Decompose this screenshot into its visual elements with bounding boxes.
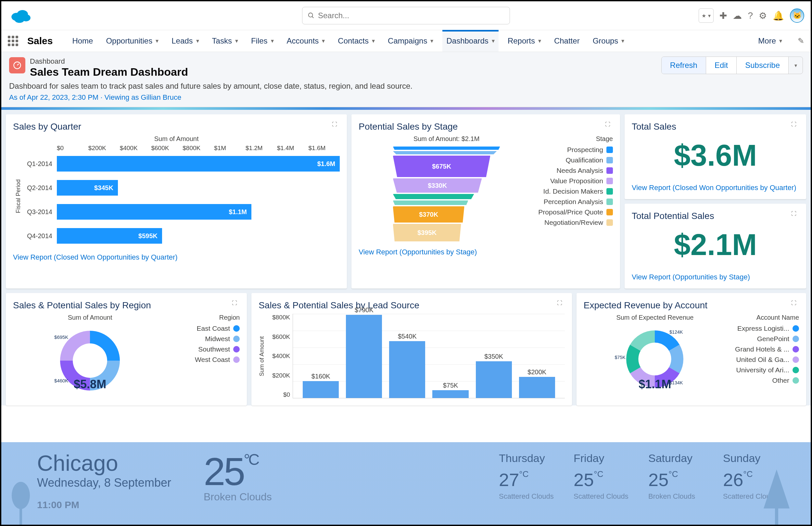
- global-search[interactable]: [302, 7, 510, 24]
- object-label: Dashboard: [30, 57, 188, 66]
- app-nav: Sales Home Opportunities▾ Leads▾ Tasks▾ …: [1, 30, 811, 52]
- card-expected-revenue: ⛶ Expected Revenue by Account Sum of Exp…: [577, 293, 806, 406]
- svg-marker-15: [764, 469, 789, 509]
- bar-row: Q2-2014$345K: [22, 176, 340, 200]
- column-bar: $75K: [432, 390, 468, 398]
- expand-icon[interactable]: ⛶: [791, 122, 799, 129]
- edit-button[interactable]: Edit: [706, 57, 736, 74]
- nav-groups[interactable]: Groups▾: [589, 30, 628, 52]
- weather-overlay: Chicago Wednesday, 8 September 11:00 PM …: [1, 442, 811, 525]
- nav-tasks[interactable]: Tasks▾: [208, 30, 242, 52]
- column-chart: $160K$790K$540K$75K$350K$200K: [293, 314, 565, 398]
- card-title: Total Potential Sales: [632, 211, 799, 221]
- legend-item: Id. Decision Makers: [538, 187, 613, 195]
- svg-rect-14: [19, 505, 22, 525]
- dashboard-meta: As of Apr 22, 2023, 2:30 PM · Viewing as…: [9, 93, 803, 102]
- star-icon: ★: [701, 13, 706, 19]
- legend-item: Express Logisti...: [729, 325, 799, 332]
- expand-icon[interactable]: ⛶: [791, 300, 799, 308]
- svg-text:$124K: $124K: [669, 329, 683, 335]
- expand-icon[interactable]: ⛶: [605, 122, 613, 129]
- view-report-link[interactable]: View Report (Closed Won Opportunities by…: [13, 253, 340, 261]
- y-axis-ticks: $800K$600K$400K$200K$0: [265, 314, 293, 398]
- nav-reports[interactable]: Reports▾: [504, 30, 545, 52]
- setup-gear-icon[interactable]: ⚙: [759, 10, 767, 21]
- card-title: Sales & Potential Sales by Lead Source: [259, 300, 565, 311]
- expand-icon[interactable]: ⛶: [232, 300, 240, 308]
- favorites-button[interactable]: ★▾: [699, 9, 714, 23]
- chevron-down-icon: ▾: [156, 37, 159, 44]
- svg-line-7: [17, 64, 19, 65]
- forecast-day: Friday25°CScattered Clouds: [574, 452, 642, 501]
- y-axis-label: Fiscal Period: [13, 145, 22, 248]
- column-bar: $790K: [346, 315, 382, 398]
- legend-item: Perception Analysis: [538, 198, 613, 206]
- nav-leads[interactable]: Leads▾: [168, 30, 203, 52]
- tree-icon: [11, 479, 30, 525]
- expand-icon[interactable]: ⛶: [791, 211, 799, 219]
- svg-text:$75K: $75K: [615, 355, 626, 360]
- view-report-link[interactable]: View Report (Opportunities by Stage): [632, 273, 799, 281]
- x-axis-ticks: $0$200K$400K$600K$800K$1M$1.2M$1.4M$1.6M: [57, 145, 340, 152]
- svg-text:$134K: $134K: [669, 380, 683, 385]
- nav-accounts[interactable]: Accounts▾: [283, 30, 329, 52]
- page-title: Sales Team Dream Dashboard: [30, 66, 188, 78]
- nav-opportunities[interactable]: Opportunities▾: [102, 30, 162, 52]
- chevron-down-icon: ▾: [779, 37, 782, 44]
- nav-more[interactable]: More▾: [754, 30, 786, 52]
- app-name: Sales: [27, 35, 53, 46]
- weather-temp: 25°C: [204, 450, 258, 493]
- chevron-down-icon: ▾: [322, 37, 325, 44]
- salesforce-help-icon[interactable]: ☁: [733, 10, 742, 21]
- legend-item: West Coast: [170, 356, 240, 364]
- legend-item: Negotiation/Review: [538, 219, 613, 226]
- nav-dashboards[interactable]: Dashboards▾: [443, 30, 498, 52]
- bar-row: Q1-2014$1.6M: [22, 152, 340, 176]
- nav-home[interactable]: Home: [68, 30, 97, 52]
- subscribe-button[interactable]: Subscribe: [736, 57, 788, 74]
- nav-chatter[interactable]: Chatter: [550, 30, 584, 52]
- svg-point-13: [12, 482, 30, 509]
- funnel-subtitle: Sum of Amount: $2.1M: [414, 135, 479, 143]
- svg-point-4: [308, 13, 313, 17]
- salesforce-logo: [8, 7, 33, 24]
- app-launcher-icon[interactable]: [8, 36, 18, 46]
- card-title: Sales by Quarter: [13, 122, 340, 132]
- legend-item: Qualification: [538, 156, 613, 164]
- svg-text:$695K: $695K: [54, 334, 68, 340]
- metric-value: $3.6M: [632, 135, 799, 179]
- user-avatar[interactable]: 🐱: [790, 9, 804, 23]
- forecast-day: Saturday25°CBroken Clouds: [648, 452, 716, 501]
- more-actions-button[interactable]: ▾: [788, 57, 802, 74]
- edit-nav-pencil-icon[interactable]: ✎: [798, 37, 804, 45]
- nav-files[interactable]: Files▾: [247, 30, 278, 52]
- chevron-down-icon: ▾: [492, 37, 495, 44]
- nav-campaigns[interactable]: Campaigns▾: [384, 30, 437, 52]
- view-report-link[interactable]: View Report (Closed Won Opportunities by…: [632, 184, 799, 192]
- notifications-bell-icon[interactable]: 🔔: [773, 10, 784, 21]
- chevron-down-icon: ▾: [372, 37, 375, 44]
- weather-date: Wednesday, 8 September: [37, 476, 171, 489]
- donut-total: $1.1M: [639, 378, 671, 391]
- nav-contacts[interactable]: Contacts▾: [334, 30, 379, 52]
- svg-line-5: [312, 17, 314, 18]
- expand-icon[interactable]: ⛶: [557, 300, 565, 308]
- help-icon[interactable]: ?: [748, 10, 753, 21]
- view-report-link[interactable]: View Report (Opportunities by Stage): [359, 248, 613, 256]
- card-potential-sales-by-stage: ⛶ Potential Sales by Stage Sum of Amount…: [351, 114, 620, 288]
- legend-item: Prospecting: [538, 146, 613, 154]
- add-icon[interactable]: ✚: [720, 10, 727, 21]
- legend-item: Needs Analysis: [538, 167, 613, 174]
- legend-item: Midwest: [170, 335, 240, 343]
- column-bar: $200K: [519, 377, 555, 398]
- global-header: ★▾ ✚ ☁ ? ⚙ 🔔 🐱: [1, 1, 811, 30]
- card-title: Expected Revenue by Account: [584, 300, 799, 311]
- search-input[interactable]: [318, 11, 504, 20]
- expand-icon[interactable]: ⛶: [332, 122, 340, 129]
- legend-item: University of Ari...: [729, 366, 799, 374]
- legend-item: Other: [729, 376, 799, 384]
- tree-icon: [762, 469, 791, 525]
- svg-text:$460K: $460K: [54, 378, 68, 383]
- chevron-down-icon: ▾: [708, 13, 711, 19]
- refresh-button[interactable]: Refresh: [662, 57, 706, 74]
